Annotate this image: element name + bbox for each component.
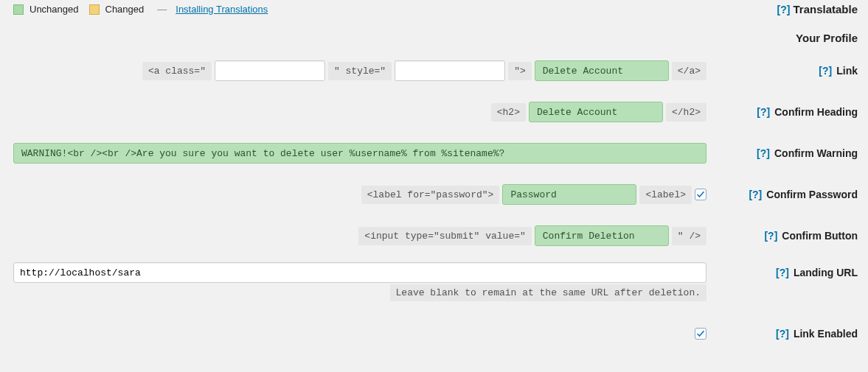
password-text-box[interactable] <box>502 184 636 205</box>
password-tag-open: <label for="password"> <box>361 186 500 204</box>
row-link: <a class=" " style=" "> </a> [?] Link <box>0 50 868 91</box>
legend-changed-label: Changed <box>105 4 145 15</box>
link-class-input[interactable] <box>215 60 325 81</box>
heading-tag-close: </h2> <box>666 103 706 122</box>
password-text-input[interactable] <box>510 189 628 200</box>
link-text-input[interactable] <box>543 66 661 77</box>
landing-note-row: Leave blank to remain at the same URL af… <box>0 284 868 306</box>
help-icon[interactable]: [?] <box>777 4 791 15</box>
top-bar: Unchanged Changed — Installing Translati… <box>0 0 868 18</box>
link-tag-open: <a class=" <box>142 62 212 80</box>
legend-dash: — <box>157 4 167 15</box>
legend: Unchanged Changed — Installing Translati… <box>13 4 268 15</box>
help-icon[interactable]: [?] <box>776 328 789 340</box>
heading-tag-open: <h2> <box>491 103 526 122</box>
help-icon[interactable]: [?] <box>749 189 762 200</box>
link-label: Link <box>836 65 858 77</box>
button-text-input[interactable] <box>543 231 661 242</box>
installing-translations-link[interactable]: Installing Translations <box>176 4 268 15</box>
password-checkbox[interactable] <box>695 189 706 200</box>
translatable-heading: [?] Translatable <box>777 3 858 15</box>
button-text-box[interactable] <box>535 225 669 246</box>
legend-unchanged-label: Unchanged <box>29 4 79 15</box>
row-landing-url: [?] Landing URL <box>0 256 868 284</box>
profile-label: Your Profile <box>796 32 858 44</box>
check-icon <box>696 190 705 199</box>
link-text-box[interactable] <box>535 60 669 81</box>
swatch-unchanged <box>13 4 24 15</box>
password-label: Confirm Password <box>766 189 858 200</box>
landing-note: Leave blank to remain at the same URL af… <box>390 284 706 301</box>
button-label: Confirm Button <box>782 230 858 242</box>
warning-text-input[interactable] <box>21 148 698 159</box>
heading-text-box[interactable] <box>529 102 663 122</box>
row-link-enabled: [?] Link Enabled <box>0 306 868 354</box>
row-profile: Your Profile <box>0 18 868 50</box>
heading-text-input[interactable] <box>537 107 655 118</box>
button-tag-close: " /> <box>672 227 706 245</box>
link-enabled-label: Link Enabled <box>794 328 858 340</box>
password-tag-close: <label> <box>639 186 692 204</box>
warning-label: Confirm Warning <box>774 147 858 159</box>
link-style-input[interactable] <box>395 60 505 81</box>
row-confirm-heading: <h2> </h2> [?] Confirm Heading <box>0 91 868 133</box>
link-tag-end: "> <box>508 62 532 80</box>
link-tag-mid: " style=" <box>328 62 392 80</box>
link-tag-close: </a> <box>672 62 706 80</box>
help-icon[interactable]: [?] <box>757 106 770 118</box>
swatch-changed <box>89 4 100 15</box>
button-tag-open: <input type="submit" value=" <box>358 227 531 245</box>
help-icon[interactable]: [?] <box>776 267 789 278</box>
help-icon[interactable]: [?] <box>819 65 832 77</box>
translatable-label: Translatable <box>793 3 858 15</box>
link-enabled-checkbox[interactable] <box>695 328 706 340</box>
landing-url-input[interactable] <box>13 262 706 283</box>
heading-label: Confirm Heading <box>774 106 858 118</box>
row-confirm-password: <label for="password"> <label> [?] Confi… <box>0 174 868 215</box>
row-confirm-warning: [?] Confirm Warning <box>0 133 868 174</box>
row-confirm-button: <input type="submit" value=" " /> [?] Co… <box>0 215 868 256</box>
check-icon <box>696 329 705 338</box>
landing-label: Landing URL <box>794 267 858 278</box>
warning-text-box[interactable] <box>13 143 706 164</box>
help-icon[interactable]: [?] <box>764 230 777 242</box>
help-icon[interactable]: [?] <box>757 147 770 159</box>
